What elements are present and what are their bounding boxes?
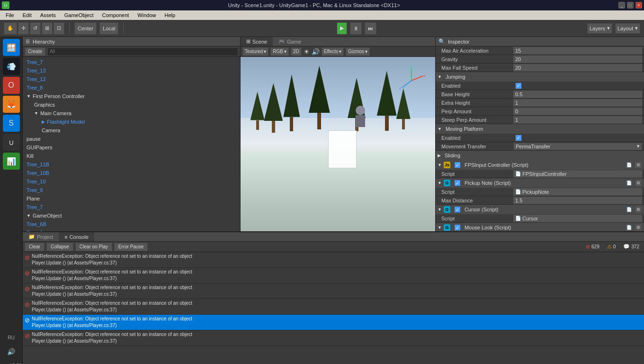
cursor-settings-btn[interactable]: ⚙ (635, 206, 642, 213)
menu-assets[interactable]: Assets (36, 11, 60, 19)
console-msg-2[interactable]: ⊘ NullReferenceException: Object referen… (23, 268, 644, 283)
skype-icon[interactable]: S (3, 115, 20, 132)
jumping-enabled-value[interactable]: ✓ (513, 82, 642, 90)
hier-tree8[interactable]: Tree_8 (23, 83, 240, 92)
perp-amount-value[interactable]: 0 (513, 108, 642, 115)
console-msg-4[interactable]: ⊘ NullReferenceException: Object referen… (23, 299, 644, 315)
play-button[interactable]: ▶ (337, 22, 347, 35)
hier-camera[interactable]: Camera (23, 126, 240, 135)
hier-gameobj[interactable]: ▼ GameObject (23, 211, 240, 220)
clear-button[interactable]: Clear (25, 243, 45, 251)
gizmos-dropdown[interactable]: Gizmos▾ (346, 47, 370, 56)
unity-icon[interactable]: 🪟 (3, 39, 20, 56)
hier-tree11b[interactable]: Tree_11B (23, 160, 240, 169)
rect-tool[interactable]: ⊡ (54, 22, 64, 35)
fps-docs-btn[interactable]: 📄 (625, 161, 633, 169)
opera-icon[interactable]: O (3, 77, 20, 94)
tab-project[interactable]: 📁 Project (23, 232, 59, 241)
hier-tree12[interactable]: Tree_12 (23, 75, 240, 83)
pickup-note-header[interactable]: ▼ G ✓ Pickup Note (Script) 📄 ⚙ (436, 178, 644, 188)
maximize-button[interactable]: □ (627, 2, 634, 9)
extra-height-value[interactable]: 1 (513, 99, 642, 107)
move-tool[interactable]: ✛ (18, 22, 29, 35)
steep-perp-value[interactable]: 1 (513, 116, 642, 124)
vol-icon[interactable]: 🔊 (3, 343, 20, 360)
cursor-script-value[interactable]: 📄 Cursor (513, 215, 642, 222)
inspector-scroll[interactable]: Max Air Acceleration 15 Gravity 20 Max F… (436, 46, 644, 231)
fps-input-header[interactable]: ▼ Js ✓ FPSInput Controller (Script) 📄 ⚙ (436, 160, 644, 170)
steam-icon[interactable]: 💨 (3, 58, 20, 75)
layout-dropdown[interactable]: Layout ▾ (615, 23, 640, 34)
console-msg-6[interactable]: ⊘ NullReferenceException: Object referen… (23, 330, 644, 346)
pickup-script-value[interactable]: 📄 PickupNote (513, 188, 642, 196)
mouse-settings-btn[interactable]: ⚙ (635, 224, 642, 231)
hier-fpc[interactable]: ▼ First Person Controller (23, 92, 240, 100)
max-air-acc-value[interactable]: 15 (513, 47, 642, 55)
max-distance-value[interactable]: 1.5 (513, 197, 642, 204)
fps-enabled[interactable]: ✓ (454, 162, 461, 168)
hier-tree7[interactable]: Tree_7 (23, 58, 240, 66)
effects-dropdown[interactable]: Effects▾ (322, 47, 344, 56)
base-height-value[interactable]: 0.5 (513, 91, 642, 98)
hier-plane[interactable]: Plane (23, 194, 240, 203)
menu-component[interactable]: Component (98, 11, 133, 19)
rotate-tool[interactable]: ↺ (30, 22, 41, 35)
hier-kill[interactable]: Kill (23, 152, 240, 160)
center-button[interactable]: Center (74, 22, 97, 35)
unity2-icon[interactable]: ∪ (3, 134, 20, 151)
hier-guipapers[interactable]: GUIPapers (23, 143, 240, 152)
app-icon-2[interactable]: 📊 (3, 153, 20, 170)
mouse-look-header[interactable]: ▼ G ✓ Mouse Look (Script) 📄 ⚙ (436, 223, 644, 231)
hier-tree7b[interactable]: Tree_7 (23, 203, 240, 211)
scene-view[interactable]: x y z (241, 57, 435, 231)
hand-tool[interactable]: ✋ (4, 22, 17, 35)
menu-help[interactable]: Help (161, 11, 179, 19)
moving-platform-header[interactable]: ▼ Moving Platform (436, 124, 644, 134)
audio-icon[interactable]: 🔊 (312, 48, 320, 55)
fps-script-value[interactable]: 📄 FPSInputController (513, 170, 642, 178)
jumping-section-header[interactable]: ▼ Jumping (436, 72, 644, 82)
sun-icon[interactable]: ☀ (304, 48, 310, 55)
max-fall-value[interactable]: 20 (513, 64, 642, 72)
menu-edit[interactable]: Edit (19, 11, 36, 19)
console-msg-3[interactable]: ⊘ NullReferenceException: Object referen… (23, 283, 644, 299)
error-pause-button[interactable]: Error Pause (114, 243, 148, 251)
menu-window[interactable]: Window (134, 11, 160, 19)
hier-flashlight[interactable]: ▶ Flashlight Model (23, 118, 240, 126)
hierarchy-search[interactable] (47, 47, 238, 56)
hier-tree10b[interactable]: Tree_10B (23, 169, 240, 177)
hier-graphics[interactable]: Graphics (23, 100, 240, 109)
tab-game[interactable]: 🎮 Game (273, 37, 307, 46)
cursor-enabled[interactable]: ✓ (454, 206, 461, 213)
scale-tool[interactable]: ⊞ (42, 22, 53, 35)
layers-dropdown[interactable]: Layers ▾ (587, 23, 612, 34)
firefox-icon[interactable]: 🦊 (3, 96, 20, 113)
cursor-header[interactable]: ▼ G ✓ Cursor (Script) 📄 ⚙ (436, 205, 644, 214)
rgb-dropdown[interactable]: RGB▾ (270, 47, 289, 56)
local-button[interactable]: Local (99, 22, 118, 35)
movement-transfer-dropdown[interactable]: PermaTransfer ▾ (513, 143, 642, 150)
hier-tree9[interactable]: Tree_9 (23, 186, 240, 194)
step-button[interactable]: ⏭ (365, 22, 376, 35)
mouse-enabled[interactable]: ✓ (454, 224, 461, 231)
twod-button[interactable]: 2D (291, 47, 302, 56)
clear-on-play-button[interactable]: Clear on Play (75, 243, 112, 251)
menu-gameobject[interactable]: GameObject (61, 11, 98, 19)
jumping-enabled-checkbox[interactable]: ✓ (515, 82, 522, 89)
hier-pause[interactable]: pause (23, 135, 240, 143)
pickup-docs-btn[interactable]: 📄 (625, 179, 633, 187)
close-button[interactable]: ✕ (635, 2, 642, 9)
mouse-docs-btn[interactable]: 📄 (625, 224, 633, 231)
fps-settings-btn[interactable]: ⚙ (635, 161, 642, 169)
tab-scene[interactable]: ⊞ Scene (241, 37, 273, 46)
pause-button[interactable]: ⏸ (350, 22, 362, 35)
collapse-button[interactable]: Collapse (46, 243, 73, 251)
pickup-enabled[interactable]: ✓ (454, 180, 461, 186)
mp-enabled-value[interactable]: ✓ (513, 134, 642, 142)
textured-dropdown[interactable]: Textured▾ (242, 47, 268, 56)
console-msg-1[interactable]: ⊘ NullReferenceException: Object referen… (23, 252, 644, 268)
sliding-header[interactable]: ▶ Sliding (436, 151, 644, 160)
tab-console[interactable]: ≡ Console (59, 232, 94, 241)
hier-maincam[interactable]: ▼ Main Camera (23, 109, 240, 118)
menu-file[interactable]: File (2, 11, 18, 19)
